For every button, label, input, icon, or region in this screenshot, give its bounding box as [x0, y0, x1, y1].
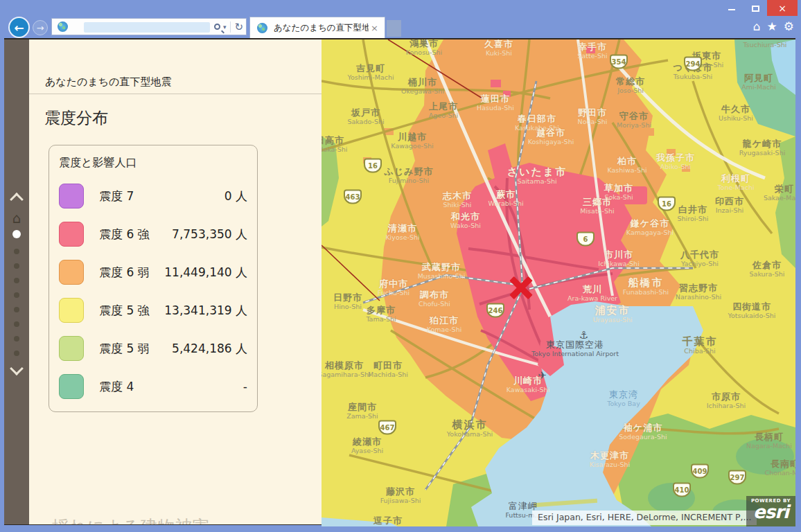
settings-gear-icon[interactable]: ⚙ [784, 19, 794, 33]
map-label: 桶川市Okegawa-Shi [401, 78, 444, 96]
map-label: 市川市Ichikawa-Shi [598, 250, 640, 268]
app-title: あなたのまちの直下型地震 [45, 76, 171, 89]
map-label: 八千代市Yachiyo-Shi [680, 250, 719, 268]
section-dot[interactable] [14, 278, 19, 283]
section-heading: 震度分布 [44, 107, 108, 129]
section-dot[interactable] [14, 336, 19, 342]
new-tab-button[interactable] [387, 20, 401, 37]
map-label: 川越市Kawagoe-Shi [391, 132, 433, 150]
section-dot[interactable] [14, 263, 19, 269]
map-label: 久喜市Kuki-Shi [484, 39, 513, 57]
map-label: 幸手市Satte-Shi [577, 42, 607, 60]
map-label: 座間市Zama-Shi [346, 402, 378, 420]
map-label: 習志野市Narashino-Shi [676, 283, 721, 301]
refresh-icon[interactable]: ↻ [234, 21, 243, 33]
route-shield: 6 [576, 232, 595, 247]
close-button[interactable]: × [767, 0, 798, 16]
map-label: 牛久市Ushiku-Shi [719, 105, 753, 123]
map-label: 草加市Soka-Shi [604, 184, 633, 202]
map-label: 府中市Fuchu-Shi [378, 279, 410, 297]
map-label: 阿見町Ami-Machi [741, 73, 776, 91]
maximize-icon [752, 6, 759, 12]
home-icon[interactable]: ⌂ [753, 19, 761, 33]
map-label: 長南町Chonan-Mac [765, 459, 796, 477]
section-dot[interactable] [14, 292, 19, 298]
route-shield: 409 [691, 464, 709, 479]
forward-button[interactable]: → [33, 20, 48, 35]
map-label: 清瀬市Kiyose-Shi [385, 224, 419, 242]
legend-value: 0 人 [134, 188, 247, 204]
legend-swatch-shindo6-weak [59, 260, 84, 285]
legend-row: 震度 5 強 13,341,319 人 [59, 298, 247, 323]
address-bar-icons: ▾ ↻ [214, 21, 243, 33]
route-shield: 16 [658, 197, 676, 211]
map-canvas[interactable]: 鴻巣市Konosu-Shi久喜市Kuki-Shi幸手市Satte-Shi坂東市B… [322, 39, 795, 526]
nav-home-icon[interactable]: ⌂ [4, 210, 29, 227]
legend-swatch-shindo5-strong [59, 298, 84, 323]
legend-row: 震度 6 弱 11,449,140 人 [59, 260, 247, 285]
map-label: 日野市Hino-Shi [333, 293, 362, 311]
title-divider [29, 94, 322, 94]
map-label: 日高市Hidaka-Shi [322, 136, 347, 154]
map-label: 春日部市Kasukabe-Shi [515, 114, 559, 132]
map-label: 蓮田市Hasuda-Shi [477, 94, 514, 112]
address-divider [230, 21, 231, 33]
map-label: 市原市Ichihara-Shi [707, 392, 746, 410]
browser-tab[interactable]: あなたのまちの直下型地震 × [249, 17, 385, 38]
legend-swatch-shindo6-strong [59, 222, 84, 247]
map-label: 野田市Noda-Shi [578, 108, 608, 126]
page-content: ⌂ あなたのまちの直下型地震 震度分布 震度と影響人口 震度 7 0 人 震度 … [4, 38, 795, 525]
search-caret-icon[interactable]: ▾ [223, 24, 227, 30]
section-dot[interactable] [14, 321, 19, 327]
map-label: 木更津市Kisarazu-Shi [590, 451, 631, 469]
browser-toolbar: ← → ▾ ↻ あなたのまちの直下型地震 × [0, 15, 801, 38]
map-label: 志木市Shiki-Shi [443, 191, 472, 209]
route-shield: 297 [728, 470, 746, 485]
legend-swatch-shindo7 [59, 184, 84, 209]
tab-title: あなたのまちの直下型地震 [274, 22, 369, 34]
map-label: 長柄町Nagara-Machi [746, 432, 792, 450]
favorites-star-icon[interactable]: ★ [767, 19, 777, 33]
route-shield: 463 [344, 190, 362, 204]
map-label: 東京湾Tokyo Bay [607, 390, 640, 408]
minimize-button[interactable] [720, 0, 743, 15]
section-nav-strip: ⌂ [4, 39, 29, 524]
map-label: 白井市Shiroi-Shi [678, 205, 709, 223]
map-label: 和光市Wako-Shi [450, 212, 481, 230]
back-button[interactable]: ← [8, 17, 30, 38]
legend-value: - [134, 380, 247, 393]
section-dot[interactable] [14, 249, 19, 254]
legend-swatch-shindo4 [59, 374, 84, 399]
map-label: 印西市Inzai-Shi [715, 197, 744, 215]
map-attribution: Esri Japan, Esri, HERE, DeLorme, INCREME… [532, 511, 757, 525]
site-favicon [58, 21, 68, 32]
browser-window: { "window": { "minimize":"minimize", "ma… [0, 0, 801, 532]
next-section-heading-partial: 揺れによる建物被害 [52, 515, 209, 524]
address-bar[interactable]: ▾ ↻ [51, 18, 247, 35]
map-label: 千葉市Chiba-Shi [683, 336, 718, 355]
legend-value: 5,424,186 人 [150, 341, 247, 357]
maximize-button[interactable] [743, 0, 767, 15]
map-label: つくば市Tsukuba-Shi [674, 63, 713, 81]
tab-favicon [257, 23, 267, 33]
map-label: 東京国際空港Tokyo International Airport [531, 340, 619, 358]
section-dot[interactable] [14, 307, 19, 312]
map-label: 三郷市Misato-Shi [580, 197, 614, 215]
nav-down-chevron-icon[interactable] [10, 362, 24, 375]
window-controls: × [720, 0, 798, 16]
section-dot[interactable] [14, 351, 19, 356]
close-icon: × [778, 3, 786, 14]
forward-arrow-icon: → [37, 23, 44, 33]
nav-up-chevron-icon[interactable] [10, 193, 24, 206]
map-label: 栄町Sakae-Machi [764, 184, 795, 202]
map-label: 相模原市Sagamihara-Shi [322, 361, 371, 379]
map-label: 横浜市Yokohama-Shi [447, 419, 493, 438]
tab-close-icon[interactable]: × [369, 23, 380, 33]
route-shield: 467 [378, 420, 396, 435]
search-icon[interactable] [214, 24, 220, 30]
map-label: 鎌ケ谷市Kamagaya-Shi [626, 219, 674, 237]
section-dot-active[interactable] [12, 230, 21, 238]
browser-action-icons: ⌂ ★ ⚙ [753, 19, 794, 33]
map-label: 綾瀬市Ayase-Shi [351, 437, 383, 455]
map-label: 佐倉市Sakura-Shi [750, 260, 785, 278]
